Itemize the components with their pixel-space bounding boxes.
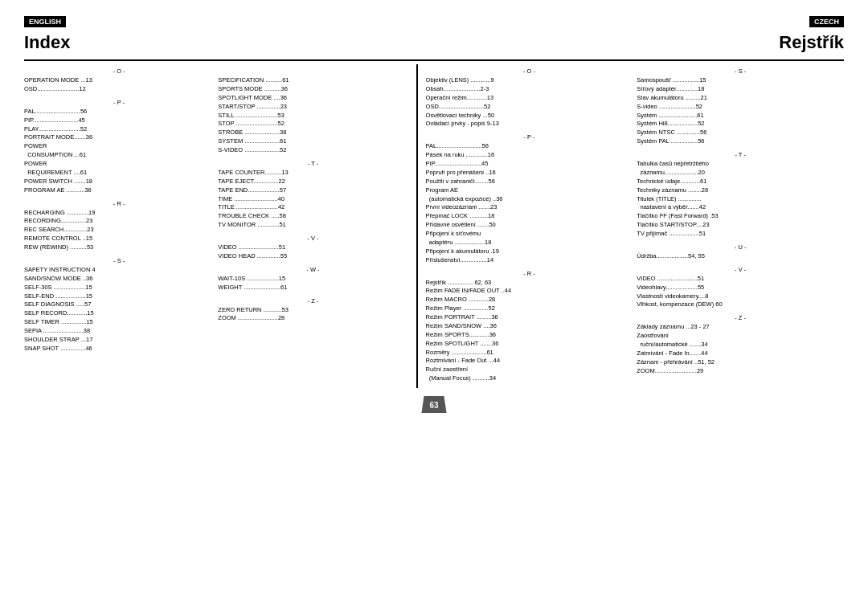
czech-s-section: - S - Samospoušť ................15 Síťo…: [637, 67, 844, 146]
czech-z-header: - Z -: [637, 314, 844, 321]
czech-v-header: - V -: [637, 266, 844, 273]
english-z-entries: ZERO RETURN ...........53 ZOOM .........…: [218, 306, 407, 324]
english-v-section: - V - VIDEO ........................51 V…: [218, 235, 407, 261]
page-number: 63: [421, 396, 446, 413]
czech-u-entries: Údržba...................54, 55: [637, 252, 844, 261]
czech-title: Rejstřík: [779, 32, 844, 53]
english-r-section: - R - RECHARGING .............19 RECORDI…: [24, 200, 214, 252]
right-header: CZECH Rejstřík: [418, 16, 844, 59]
czech-s-entries: Samospoušť ................15 Síťový ada…: [637, 76, 844, 146]
czech-o-section: - O - Objektiv (LENS) ............9 Obsa…: [426, 67, 633, 129]
english-z-header: - Z -: [218, 297, 407, 304]
english-r-entries: RECHARGING .............19 RECORDING....…: [24, 209, 214, 252]
english-o-header: - O -: [24, 67, 214, 75]
english-p-entries: PAL...........................56 PIP....…: [24, 108, 214, 195]
english-o-entries: OPERATION MODE ...13 OSD................…: [24, 76, 214, 94]
czech-o-header: - O -: [426, 67, 633, 75]
page-container: ENGLISH Index CZECH Rejstřík - O - OPERA…: [24, 16, 844, 413]
english-col-right: SPECIFICATION ..........61 SPORTS MODE .…: [218, 64, 407, 358]
czech-p-header: - P -: [426, 133, 633, 141]
english-v-entries: VIDEO ........................51 VIDEO H…: [218, 243, 407, 261]
english-t-section: - T - TAPE COUNTER..........13 TAPE EJEC…: [218, 160, 407, 230]
english-spec-entries: SPECIFICATION ..........61 SPORTS MODE .…: [218, 76, 407, 155]
czech-t-section: - T - Tabulka časů nepřetržitého záznamu…: [637, 151, 844, 239]
english-two-col: - O - OPERATION MODE ...13 OSD..........…: [24, 64, 408, 358]
page-number-area: 63: [24, 396, 844, 413]
czech-t-header: - T -: [637, 151, 844, 158]
top-divider: [24, 59, 844, 61]
header-row: ENGLISH Index CZECH Rejstřík: [24, 16, 844, 59]
english-w-header: - W -: [218, 266, 407, 273]
english-title: Index: [24, 32, 418, 53]
english-t-entries: TAPE COUNTER..........13 TAPE EJECT.....…: [218, 169, 407, 230]
english-w-section: - W - WAIT-10S ...................15 WEI…: [218, 266, 407, 292]
czech-r-section: - R - Rejstřík ............... 62, 63 Re…: [426, 270, 633, 384]
czech-p-entries: PAL...........................56 Pásek n…: [426, 142, 633, 212]
english-z-section: - Z - ZERO RETURN ...........53 ZOOM ...…: [218, 297, 407, 324]
english-index: - O - OPERATION MODE ...13 OSD..........…: [24, 64, 418, 388]
english-spec-spacer: [218, 67, 407, 75]
english-badge: ENGLISH: [24, 16, 66, 27]
english-s-header: - S -: [24, 257, 214, 264]
czech-index: - O - Objektiv (LENS) ............9 Obsa…: [418, 64, 844, 388]
english-s-section: - S - SAFETY INSTRUCTION 4 SAND/SNOW MOD…: [24, 257, 214, 353]
czech-s-header: - S -: [637, 67, 844, 75]
czech-v-section: - V - VIDEO ........................51 V…: [637, 266, 844, 310]
czech-badge: CZECH: [809, 16, 844, 27]
czech-p-section: - P - PAL...........................56 P…: [426, 133, 633, 264]
czech-p2-entries: Přepínač LOCK ...........18 Přídavné osv…: [426, 212, 633, 264]
czech-z-section: - Z - Základy záznamu ...23 - 27 Zaostřo…: [637, 314, 844, 375]
english-p-section: - P - PAL...........................56 P…: [24, 99, 214, 195]
english-s-entries: SAFETY INSTRUCTION 4 SAND/SNOW MODE ..36…: [24, 266, 214, 353]
english-col-left: - O - OPERATION MODE ...13 OSD..........…: [24, 64, 214, 358]
czech-t-entries: Tabulka časů nepřetržitého záznamu......…: [637, 160, 844, 239]
czech-o-entries: Objektiv (LENS) ............9 Obsah.....…: [426, 76, 633, 129]
english-v-header: - V -: [218, 235, 407, 242]
left-header: ENGLISH Index: [24, 16, 418, 59]
english-w-entries: WAIT-10S ...................15 WEIGHT ..…: [218, 275, 407, 292]
english-spec-section: SPECIFICATION ..........61 SPORTS MODE .…: [218, 67, 407, 155]
czech-u-header: - U -: [637, 243, 844, 251]
czech-z-entries: Základy záznamu ...23 - 27 Zaostřování r…: [637, 323, 844, 375]
czech-v-entries: VIDEO ........................51 Videohl…: [637, 275, 844, 310]
czech-two-col: - O - Objektiv (LENS) ............9 Obsa…: [426, 64, 844, 388]
english-t-header: - T -: [218, 160, 407, 167]
czech-col-right: - S - Samospoušť ................15 Síťo…: [637, 64, 844, 388]
czech-r-entries: Rejstřík ............... 62, 63 Režim FA…: [426, 279, 633, 384]
czech-u-section: - U - Údržba...................54, 55: [637, 243, 844, 261]
czech-col-left: - O - Objektiv (LENS) ............9 Obsa…: [426, 64, 633, 388]
english-r-header: - R -: [24, 200, 214, 207]
czech-r-header: - R -: [426, 270, 633, 277]
content-area: - O - OPERATION MODE ...13 OSD..........…: [24, 64, 844, 388]
english-p-header: - P -: [24, 99, 214, 106]
english-o-section: - O - OPERATION MODE ...13 OSD..........…: [24, 67, 214, 94]
